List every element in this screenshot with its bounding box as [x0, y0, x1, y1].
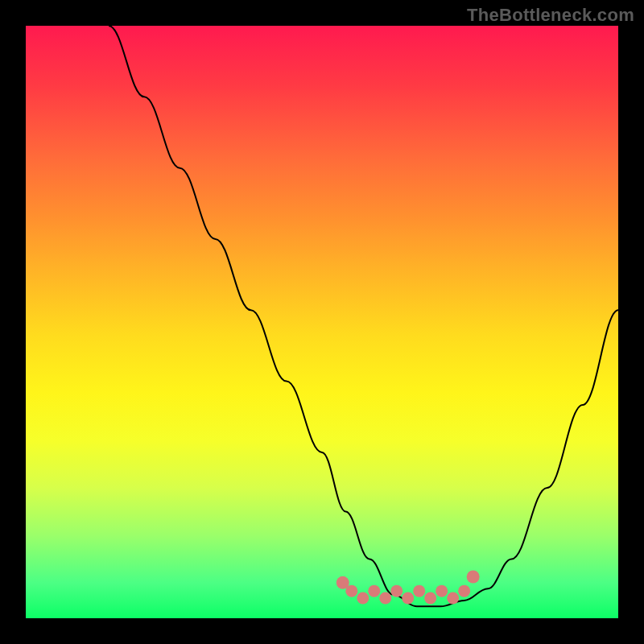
- optimal-zone-dot: [458, 585, 470, 597]
- optimal-zone-dot: [402, 592, 414, 604]
- optimal-zone-dot: [436, 585, 448, 597]
- chart-svg-layer: [26, 26, 618, 618]
- optimal-zone-dot: [413, 585, 425, 597]
- optimal-zone-dot: [424, 592, 436, 604]
- chart-plot-area: [26, 26, 618, 618]
- optimal-zone-dot: [379, 592, 391, 604]
- optimal-zone-dot: [336, 576, 349, 589]
- optimal-zone-dot: [357, 592, 369, 604]
- optimal-zone-marker: [336, 570, 480, 604]
- optimal-zone-dot: [390, 585, 402, 597]
- optimal-zone-dot: [368, 585, 380, 597]
- bottleneck-curve-line: [109, 26, 618, 606]
- optimal-zone-dot: [467, 570, 480, 583]
- watermark-text: TheBottleneck.com: [467, 5, 634, 26]
- optimal-zone-dot: [447, 592, 459, 604]
